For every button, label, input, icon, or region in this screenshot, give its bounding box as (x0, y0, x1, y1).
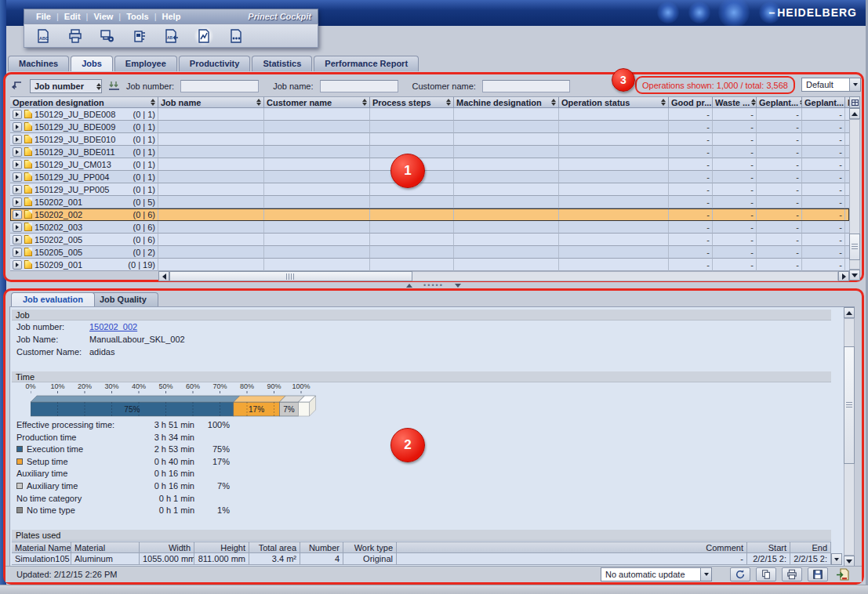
menu-help[interactable]: Help (157, 12, 187, 21)
column-chooser-button[interactable] (849, 96, 860, 108)
table-row[interactable]: 150202_003(0 | 6)---- (10, 221, 849, 234)
table-row[interactable]: 150209_001(0 | 19)---- (10, 259, 849, 271)
table-row[interactable]: 150129_JU_CM013(0 | 1)---- (10, 158, 849, 171)
printer-icon[interactable] (66, 27, 85, 45)
expand-row-button[interactable] (13, 235, 22, 244)
tab-job-evaluation[interactable]: Job evaluation (11, 292, 95, 306)
table-row[interactable]: 150129_JU_BDE011(0 | 1)---- (10, 146, 849, 158)
report-import-icon[interactable]: AB (162, 27, 181, 45)
splitter-collapse-up-icon[interactable] (406, 284, 412, 288)
column-header[interactable]: Operation designation (10, 96, 158, 108)
workstation-settings-icon[interactable] (98, 27, 117, 45)
scroll-up-icon[interactable] (849, 108, 860, 119)
column-header[interactable]: Machine designation (454, 96, 559, 108)
tab-productivity[interactable]: Productivity (179, 56, 251, 71)
scroll-left-icon[interactable] (158, 271, 169, 281)
chevron-down-icon[interactable] (700, 568, 711, 581)
table-row[interactable]: 150205_005(0 | 2)---- (10, 246, 849, 259)
expand-row-button[interactable] (13, 135, 22, 144)
table-row[interactable]: 150202_005(0 | 6)---- (10, 234, 849, 246)
scroll-right-icon[interactable] (838, 271, 849, 281)
column-header[interactable]: Geplant... (757, 96, 802, 108)
group-by-select[interactable]: Job number (30, 79, 102, 93)
plates-column-header[interactable]: Work type (343, 541, 397, 553)
tab-jobs[interactable]: Jobs (71, 56, 113, 71)
apply-grouping-icon[interactable] (108, 81, 120, 92)
splitter-collapse-down-icon[interactable] (455, 284, 461, 288)
field-value[interactable]: 150202_002 (89, 322, 137, 331)
table-row[interactable]: 150129_JU_BDE009(0 | 1)---- (10, 121, 849, 133)
column-header[interactable]: Job name (158, 96, 264, 108)
bde-report-icon[interactable] (227, 27, 245, 45)
v-scroll-thumb[interactable] (844, 346, 855, 464)
job-name-input[interactable] (320, 80, 398, 92)
plates-column-header[interactable]: Total area (249, 541, 300, 553)
column-header[interactable]: Customer name (264, 96, 370, 108)
menu-view[interactable]: View (88, 12, 118, 21)
jobs-table-h-scrollbar[interactable] (158, 271, 849, 281)
expand-row-button[interactable] (13, 185, 22, 194)
expand-row-button[interactable] (13, 110, 22, 119)
expand-row-button[interactable] (13, 223, 22, 232)
column-header[interactable]: Good pr... (669, 96, 713, 108)
expand-row-button[interactable] (13, 248, 22, 257)
plates-column-header[interactable]: Comment (397, 541, 747, 553)
plates-column-header[interactable]: Material (71, 541, 140, 553)
table-row[interactable]: 150202_002(0 | 6)---- (10, 208, 849, 221)
scroll-up-icon[interactable] (844, 307, 855, 318)
plates-column-header[interactable]: Width (140, 541, 194, 553)
jobs-report-icon[interactable]: ABC (34, 27, 53, 45)
customer-name-input[interactable] (482, 80, 570, 92)
column-header[interactable]: Geplant... (802, 96, 845, 108)
save-button[interactable] (808, 567, 828, 581)
plates-column-header[interactable]: Number (300, 541, 343, 553)
tab-employee[interactable]: Employee (114, 56, 177, 71)
v-scroll-thumb[interactable] (849, 234, 860, 260)
column-header[interactable]: Operation status (559, 96, 669, 108)
jobs-table-v-scrollbar[interactable] (849, 108, 860, 281)
tab-machines[interactable]: Machines (8, 56, 69, 71)
plates-column-header[interactable]: Material Name (12, 541, 71, 553)
job-number-input[interactable] (180, 80, 259, 92)
expand-row-button[interactable] (13, 197, 22, 207)
copy-button[interactable] (756, 567, 776, 581)
table-row[interactable]: 150129_JU_PP004(0 | 1)---- (10, 171, 849, 183)
auto-update-select[interactable]: No automatic update (601, 567, 712, 581)
tab-job-quality[interactable]: Job Quality (88, 292, 158, 306)
menu-edit[interactable]: Edit (59, 12, 86, 21)
tab-performance-report[interactable]: Performance Report (314, 56, 419, 71)
scroll-down-icon[interactable] (849, 270, 860, 281)
scroll-down-icon[interactable] (844, 556, 855, 567)
h-scroll-thumb[interactable] (169, 271, 412, 281)
details-v-scrollbar[interactable] (844, 307, 855, 567)
expand-row-button[interactable] (13, 260, 22, 270)
expand-row-button[interactable] (13, 172, 22, 182)
hierarchy-icon[interactable] (11, 81, 24, 92)
plates-column-header[interactable]: Start (747, 541, 790, 553)
splitter-grip[interactable]: ••••• (423, 284, 444, 287)
table-row[interactable]: 150129_JU_PP005(0 | 1)---- (10, 183, 849, 196)
panel-splitter[interactable]: ••••• (3, 282, 864, 288)
export-button[interactable] (833, 567, 851, 581)
expand-row-button[interactable] (13, 160, 22, 169)
expand-row-button[interactable] (13, 210, 22, 219)
expand-row-button[interactable] (13, 147, 22, 157)
expand-row-button[interactable] (13, 122, 22, 132)
table-row[interactable]: 150129_JU_BDE008(0 | 1)---- (10, 108, 849, 121)
column-header[interactable]: Process steps (370, 96, 454, 108)
refresh-button[interactable] (730, 567, 750, 581)
table-row[interactable]: 150129_JU_BDE010(0 | 1)---- (10, 133, 849, 146)
print-button[interactable] (782, 567, 802, 581)
view-preset-select[interactable]: Default (801, 78, 861, 92)
plates-column-header[interactable]: Height (194, 541, 249, 553)
menu-file[interactable]: File (31, 12, 56, 21)
chevron-down-icon[interactable] (849, 78, 860, 91)
table-row[interactable]: 150202_001(0 | 5)---- (10, 196, 849, 208)
tab-statistics[interactable]: Statistics (252, 56, 312, 71)
machine-settings-icon[interactable] (130, 27, 149, 45)
plates-row-combo-button[interactable] (831, 553, 842, 565)
column-header[interactable]: Waste ... (713, 96, 757, 108)
menu-tools[interactable]: Tools (121, 12, 154, 21)
plates-column-header[interactable]: End (790, 541, 831, 553)
chart-report-icon[interactable] (194, 27, 213, 45)
